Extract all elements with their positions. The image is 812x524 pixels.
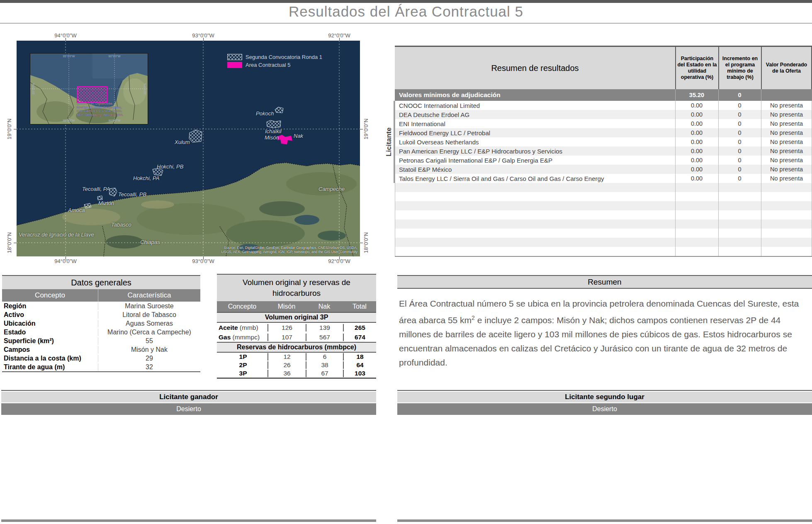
field-label: Nak: [294, 133, 303, 139]
bidder-row: Pan American Energy LLC / E&P Hidrocarbu…: [395, 146, 812, 156]
datos-row: Distancia a la costa (km)29: [2, 354, 200, 363]
bidder-incremento: 0: [718, 157, 761, 163]
mison-value: 107: [267, 334, 306, 341]
empty-row: [395, 219, 812, 229]
caracteristica: 55: [98, 337, 200, 345]
bidder-name: Petronas Carigali International E&P / Ga…: [395, 157, 675, 164]
table-left-border: [395, 101, 395, 256]
results-title: Resumen de resultados: [395, 47, 675, 89]
section-volumen-original: Volumen original 3P: [217, 312, 376, 323]
hatch-swatch-icon: [227, 54, 242, 60]
bidder-name: Statoil E&P México: [395, 166, 675, 173]
datos-title: Datos generales: [2, 276, 200, 289]
reserva-row: 1P 12 6 18: [217, 353, 376, 361]
ganador-title: Licitante ganador: [1, 392, 376, 402]
bidder-incremento: 0: [718, 129, 761, 136]
map-tick: [339, 256, 340, 259]
results-side-label: Licitante: [385, 127, 393, 156]
nak-value: 139: [306, 324, 343, 331]
header-top-bar: [0, 0, 812, 3]
field-label: Tecoalli, PB: [118, 191, 146, 197]
field-label: Xulum: [175, 139, 190, 145]
empty-row: [395, 201, 812, 210]
col-header-incremento: Incremento en el programa mínimo de trab…: [718, 47, 761, 89]
col-header: Concepto: [217, 301, 267, 312]
bidder-row: Petronas Carigali International E&P / Ga…: [395, 156, 812, 165]
row-label: 1P: [217, 353, 267, 361]
volumen-row: Aceite (mmb) 126 139 265: [217, 323, 376, 332]
licitante-ganador-section: Licitante ganador Desierto: [1, 390, 376, 415]
caracteristica: Marina Suroeste: [98, 302, 200, 310]
bidder-participacion: 0.00: [675, 175, 718, 182]
bidder-name: CNOOC International Limited: [395, 102, 675, 109]
caracteristica: 29: [98, 355, 200, 362]
map-tick: [66, 256, 66, 259]
min-incremento: 0: [718, 92, 761, 98]
state-label: Campeche: [318, 186, 345, 192]
bidder-incremento: 0: [718, 111, 761, 118]
inset-lon-label: 90°0'0"W: [109, 119, 121, 122]
results-header: Resumen de resultados Participación del …: [395, 47, 812, 89]
min-participacion: 35.20: [675, 92, 718, 98]
bidder-participacion: 0.00: [675, 111, 718, 118]
segundo-value: Desierto: [397, 403, 812, 415]
empty-row: [395, 192, 812, 201]
bidder-incremento: 0: [718, 102, 761, 109]
bidder-row: ENI International 0.00 0 No presenta: [395, 119, 812, 128]
results-table: Resumen de resultados Participación del …: [395, 46, 812, 257]
volumen-col-headers: Concepto Misón Nak Total: [217, 301, 376, 312]
map-legend: Segunda Convocatoria Ronda 1 Area Contra…: [227, 54, 322, 70]
caracteristica: Marino (Cerca a Campeche): [98, 329, 200, 336]
inset-lat-label: 20°0'0"N: [32, 83, 35, 94]
total-value: 64: [343, 361, 376, 369]
bidder-valor: No presenta: [761, 157, 812, 163]
datos-row: Tirante de agua (m)32: [2, 363, 200, 371]
area5-shape: [277, 135, 292, 144]
page-title: Resultados del Área Contractual 5: [0, 3, 812, 20]
legend-item-area5: Area Contractual 5: [227, 62, 322, 68]
bidder-name: Fieldwood Energy LLC / Petrobal: [395, 129, 675, 136]
datos-bottom-border: [2, 371, 200, 372]
results-bottom-border: [395, 256, 812, 257]
datos-row: ActivoLitoral de Tabasco: [2, 310, 200, 319]
empty-row: [395, 210, 812, 219]
datos-generales-table: Datos generales Concepto Característica …: [2, 275, 200, 372]
min-values-row: Valores mínimos de adjudicación 35.20 0: [395, 89, 812, 101]
ganador-value: Desierto: [1, 403, 376, 415]
total-value: 265: [343, 324, 376, 331]
bidder-row: CNOOC International Limited 0.00 0 No pr…: [395, 101, 812, 110]
bidder-incremento: 0: [718, 175, 761, 182]
field-label: Hokchi, PA: [133, 175, 159, 181]
bidder-valor: No presenta: [761, 102, 812, 109]
map-lat-label-right: 19°0'0"N: [363, 119, 369, 140]
state-label: Chiapas: [140, 239, 160, 245]
concepto: Ubicación: [2, 320, 98, 327]
bidder-participacion: 0.00: [675, 120, 718, 127]
segundo-top-border: [397, 390, 812, 391]
inset-lon-label: 90°0'0"W: [109, 55, 121, 58]
bidder-participacion: 0.00: [675, 139, 718, 145]
bidder-participacion: 0.00: [675, 102, 718, 109]
map-canvas[interactable]: 95°0'0"W 90°0'0"W 95°0'0"W 90°0'0"W 20°0…: [17, 41, 360, 256]
map-tick: [360, 129, 363, 129]
field-label: Amoca: [68, 207, 85, 213]
bidder-incremento: 0: [718, 139, 761, 145]
section-reservas: Reservas de hidrocarburos (mmbpce): [217, 342, 376, 353]
bidder-row: Statoil E&P México 0.00 0 No presenta: [395, 165, 812, 174]
col-header-concepto: Concepto: [2, 289, 98, 302]
row-label: Aceite (mmb): [217, 324, 267, 331]
concepto: Superficie (km²): [2, 337, 98, 345]
column-separator: [761, 89, 761, 256]
col-header: Total: [343, 301, 376, 312]
bidder-valor: No presenta: [761, 139, 812, 145]
results-body: Valores mínimos de adjudicación 35.20 0 …: [395, 89, 812, 256]
legend-item-ronda1: Segunda Convocatoria Ronda 1: [227, 54, 322, 60]
map-lat-label-right: 18°0'0"N: [363, 232, 369, 253]
row-label: 2P: [217, 361, 267, 369]
field-label: Hokchi, PB: [157, 163, 183, 170]
inset-attribution: Source: Esri, DigitalGlobe, GeoEye, Eart…: [77, 102, 123, 117]
total-value: 674: [343, 334, 376, 341]
bidder-name: DEA Deutsche Erdoel AG: [395, 111, 675, 118]
col-header: Nak: [306, 301, 343, 312]
bidder-row: Lukoil Overseas Netherlands 0.00 0 No pr…: [395, 137, 812, 146]
